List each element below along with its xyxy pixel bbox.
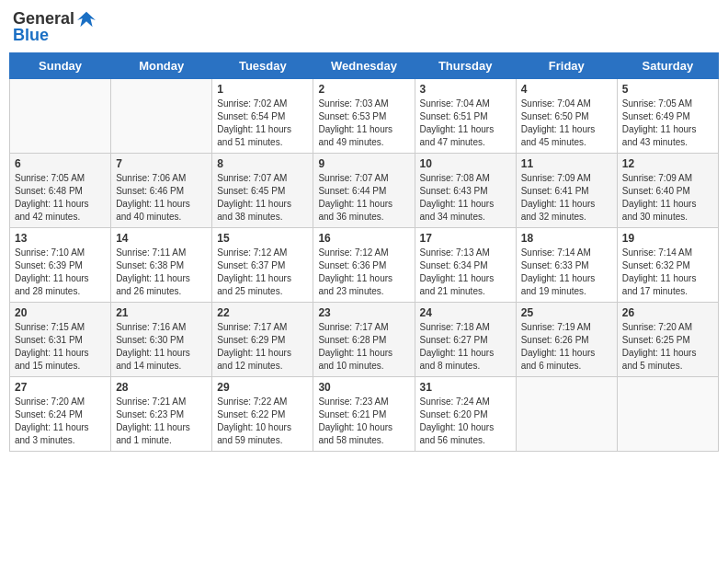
calendar-day-cell: 13Sunrise: 7:10 AMSunset: 6:39 PMDayligh…	[10, 228, 111, 303]
day-number: 15	[217, 232, 308, 245]
day-info: Sunrise: 7:10 AMSunset: 6:39 PMDaylight:…	[15, 247, 106, 298]
calendar-day-cell: 3Sunrise: 7:04 AMSunset: 6:51 PMDaylight…	[415, 79, 516, 154]
day-info: Sunrise: 7:07 AMSunset: 6:44 PMDaylight:…	[318, 172, 409, 224]
day-info: Sunrise: 7:04 AMSunset: 6:51 PMDaylight:…	[420, 98, 511, 149]
day-number: 21	[116, 306, 207, 319]
day-info: Sunrise: 7:21 AMSunset: 6:23 PMDaylight:…	[116, 396, 207, 447]
calendar-day-cell: 29Sunrise: 7:22 AMSunset: 6:22 PMDayligh…	[212, 377, 313, 452]
calendar-day-cell: 15Sunrise: 7:12 AMSunset: 6:37 PMDayligh…	[212, 228, 313, 303]
day-number: 26	[622, 306, 713, 319]
calendar-day-cell: 30Sunrise: 7:23 AMSunset: 6:21 PMDayligh…	[313, 377, 415, 452]
day-number: 30	[318, 381, 409, 394]
calendar-week-row: 6Sunrise: 7:05 AMSunset: 6:48 PMDaylight…	[10, 154, 719, 228]
day-number: 12	[622, 157, 713, 170]
calendar-day-cell: 10Sunrise: 7:08 AMSunset: 6:43 PMDayligh…	[415, 154, 516, 228]
day-number: 14	[116, 232, 207, 245]
calendar-day-cell: 27Sunrise: 7:20 AMSunset: 6:24 PMDayligh…	[10, 377, 111, 452]
day-number: 10	[420, 157, 511, 170]
calendar-day-cell: 18Sunrise: 7:14 AMSunset: 6:33 PMDayligh…	[516, 228, 617, 303]
day-of-week-header: Thursday	[415, 53, 516, 79]
day-number: 31	[420, 381, 511, 394]
day-number: 23	[318, 306, 409, 319]
calendar-day-cell: 6Sunrise: 7:05 AMSunset: 6:48 PMDaylight…	[10, 154, 111, 228]
day-info: Sunrise: 7:17 AMSunset: 6:29 PMDaylight:…	[217, 321, 308, 373]
calendar-day-cell: 28Sunrise: 7:21 AMSunset: 6:23 PMDayligh…	[111, 377, 212, 452]
day-info: Sunrise: 7:05 AMSunset: 6:48 PMDaylight:…	[15, 172, 106, 224]
day-info: Sunrise: 7:15 AMSunset: 6:31 PMDaylight:…	[15, 321, 106, 373]
calendar-day-cell: 31Sunrise: 7:24 AMSunset: 6:20 PMDayligh…	[415, 377, 516, 452]
day-info: Sunrise: 7:22 AMSunset: 6:22 PMDaylight:…	[217, 396, 308, 447]
day-of-week-header: Tuesday	[212, 53, 313, 79]
day-info: Sunrise: 7:13 AMSunset: 6:34 PMDaylight:…	[420, 247, 511, 298]
logo-blue: Blue	[13, 26, 49, 44]
day-info: Sunrise: 7:19 AMSunset: 6:26 PMDaylight:…	[521, 321, 612, 373]
day-number: 28	[116, 381, 207, 394]
calendar-day-cell: 11Sunrise: 7:09 AMSunset: 6:41 PMDayligh…	[516, 154, 617, 228]
day-info: Sunrise: 7:16 AMSunset: 6:30 PMDaylight:…	[116, 321, 207, 373]
day-info: Sunrise: 7:06 AMSunset: 6:46 PMDaylight:…	[116, 172, 207, 224]
calendar-week-row: 13Sunrise: 7:10 AMSunset: 6:39 PMDayligh…	[10, 228, 719, 303]
day-info: Sunrise: 7:12 AMSunset: 6:36 PMDaylight:…	[318, 247, 409, 298]
calendar-day-cell: 23Sunrise: 7:17 AMSunset: 6:28 PMDayligh…	[313, 303, 415, 377]
day-number: 25	[521, 306, 612, 319]
day-info: Sunrise: 7:02 AMSunset: 6:54 PMDaylight:…	[217, 98, 308, 149]
day-of-week-header: Wednesday	[313, 53, 415, 79]
calendar-week-row: 27Sunrise: 7:20 AMSunset: 6:24 PMDayligh…	[10, 377, 719, 452]
calendar-day-cell: 22Sunrise: 7:17 AMSunset: 6:29 PMDayligh…	[212, 303, 313, 377]
day-number: 13	[15, 232, 106, 245]
day-info: Sunrise: 7:05 AMSunset: 6:49 PMDaylight:…	[622, 98, 713, 149]
day-info: Sunrise: 7:09 AMSunset: 6:40 PMDaylight:…	[622, 172, 713, 224]
calendar-week-row: 20Sunrise: 7:15 AMSunset: 6:31 PMDayligh…	[10, 303, 719, 377]
day-number: 18	[521, 232, 612, 245]
calendar-week-row: 1Sunrise: 7:02 AMSunset: 6:54 PMDaylight…	[10, 79, 719, 154]
day-info: Sunrise: 7:07 AMSunset: 6:45 PMDaylight:…	[217, 172, 308, 224]
calendar-day-cell	[617, 377, 718, 452]
day-info: Sunrise: 7:18 AMSunset: 6:27 PMDaylight:…	[420, 321, 511, 373]
day-number: 9	[318, 157, 409, 170]
day-info: Sunrise: 7:08 AMSunset: 6:43 PMDaylight:…	[420, 172, 511, 224]
calendar-day-cell: 24Sunrise: 7:18 AMSunset: 6:27 PMDayligh…	[415, 303, 516, 377]
calendar-day-cell: 20Sunrise: 7:15 AMSunset: 6:31 PMDayligh…	[10, 303, 111, 377]
day-info: Sunrise: 7:14 AMSunset: 6:32 PMDaylight:…	[622, 247, 713, 298]
day-number: 27	[15, 381, 106, 394]
day-info: Sunrise: 7:03 AMSunset: 6:53 PMDaylight:…	[318, 98, 409, 149]
calendar-table: SundayMondayTuesdayWednesdayThursdayFrid…	[9, 52, 719, 452]
day-info: Sunrise: 7:12 AMSunset: 6:37 PMDaylight:…	[217, 247, 308, 298]
page-header: General Blue	[9, 9, 719, 45]
day-number: 1	[217, 83, 308, 96]
day-number: 22	[217, 306, 308, 319]
day-number: 2	[318, 83, 409, 96]
calendar-day-cell: 8Sunrise: 7:07 AMSunset: 6:45 PMDaylight…	[212, 154, 313, 228]
day-number: 6	[15, 157, 106, 170]
calendar-day-cell: 1Sunrise: 7:02 AMSunset: 6:54 PMDaylight…	[212, 79, 313, 154]
day-number: 4	[521, 83, 612, 96]
calendar-day-cell: 7Sunrise: 7:06 AMSunset: 6:46 PMDaylight…	[111, 154, 212, 228]
logo-general: General	[13, 9, 74, 28]
logo-bird-icon	[76, 9, 97, 29]
calendar-day-cell: 25Sunrise: 7:19 AMSunset: 6:26 PMDayligh…	[516, 303, 617, 377]
calendar-day-cell: 4Sunrise: 7:04 AMSunset: 6:50 PMDaylight…	[516, 79, 617, 154]
calendar-day-cell: 5Sunrise: 7:05 AMSunset: 6:49 PMDaylight…	[617, 79, 718, 154]
calendar-day-cell: 19Sunrise: 7:14 AMSunset: 6:32 PMDayligh…	[617, 228, 718, 303]
day-number: 19	[622, 232, 713, 245]
calendar-day-cell: 9Sunrise: 7:07 AMSunset: 6:44 PMDaylight…	[313, 154, 415, 228]
day-of-week-header: Monday	[111, 53, 212, 79]
day-number: 11	[521, 157, 612, 170]
day-number: 8	[217, 157, 308, 170]
day-info: Sunrise: 7:17 AMSunset: 6:28 PMDaylight:…	[318, 321, 409, 373]
day-info: Sunrise: 7:14 AMSunset: 6:33 PMDaylight:…	[521, 247, 612, 298]
svg-marker-0	[77, 12, 96, 28]
calendar-day-cell: 17Sunrise: 7:13 AMSunset: 6:34 PMDayligh…	[415, 228, 516, 303]
day-info: Sunrise: 7:11 AMSunset: 6:38 PMDaylight:…	[116, 247, 207, 298]
day-number: 20	[15, 306, 106, 319]
calendar-day-cell: 21Sunrise: 7:16 AMSunset: 6:30 PMDayligh…	[111, 303, 212, 377]
day-info: Sunrise: 7:09 AMSunset: 6:41 PMDaylight:…	[521, 172, 612, 224]
day-of-week-header: Saturday	[617, 53, 718, 79]
calendar-day-cell	[10, 79, 111, 154]
day-info: Sunrise: 7:04 AMSunset: 6:50 PMDaylight:…	[521, 98, 612, 149]
calendar-day-cell: 12Sunrise: 7:09 AMSunset: 6:40 PMDayligh…	[617, 154, 718, 228]
day-of-week-header: Friday	[516, 53, 617, 79]
calendar-day-cell: 2Sunrise: 7:03 AMSunset: 6:53 PMDaylight…	[313, 79, 415, 154]
calendar-day-cell	[516, 377, 617, 452]
day-number: 5	[622, 83, 713, 96]
